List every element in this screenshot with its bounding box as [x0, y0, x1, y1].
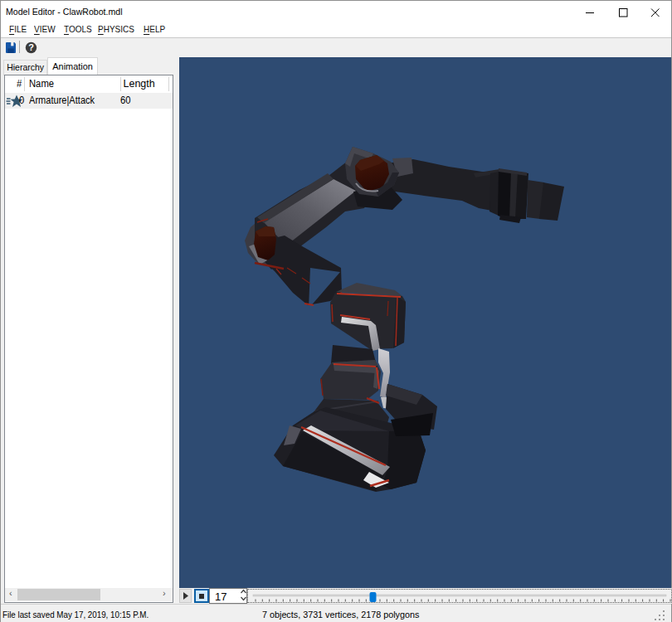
svg-text:?: ? [28, 42, 34, 52]
